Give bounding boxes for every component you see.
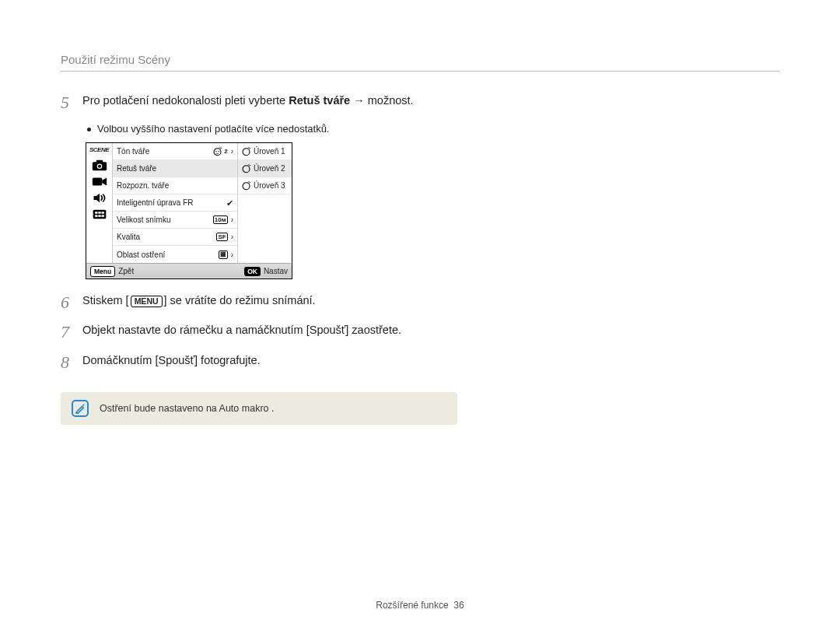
page-footer: Rozšířené funkce 36	[0, 600, 840, 611]
menu-row-label: Oblast ostření	[117, 250, 219, 259]
step-number: 7	[61, 323, 78, 342]
svg-point-13	[215, 151, 216, 152]
step-text: Pro potlačení nedokonalosti pleti vybert…	[82, 93, 779, 109]
submenu-level-3[interactable]: Úroveň 3	[238, 177, 292, 194]
size-badge: 10м	[213, 215, 228, 224]
svg-point-3	[97, 164, 100, 167]
submenu-label: Úroveň 2	[254, 164, 285, 173]
step-text: Objekt nastavte do rámečku a namáčknutím…	[82, 323, 409, 338]
svg-rect-11	[101, 215, 103, 217]
camera-submenu: Úroveň 1 Úroveň 2 Úroveň 3	[237, 143, 292, 263]
footer-section: Rozšířené funkce	[376, 600, 448, 611]
face-retouch-icon	[241, 163, 251, 173]
menu-row-label: Kvalita	[117, 233, 216, 241]
camera-menu-screenshot: SCENE Tón tváře	[86, 142, 292, 279]
svg-point-15	[243, 149, 250, 156]
menu-row-label: Retuš tváře	[117, 164, 233, 173]
face-tone-icon	[212, 146, 222, 156]
submenu-level-1[interactable]: Úroveň 1	[238, 143, 292, 160]
svg-rect-5	[93, 209, 106, 219]
step-number: 8	[61, 353, 78, 372]
bullet-icon	[87, 128, 91, 131]
step-7: 7 Objekt nastavte do rámečku a namáčknut…	[61, 323, 779, 342]
video-icon	[91, 174, 108, 188]
submenu-label: Úroveň 1	[254, 147, 285, 156]
menu-button-label: MENU	[131, 296, 163, 307]
svg-point-17	[243, 183, 250, 190]
menu-row-retus-tvare[interactable]: Retuš tváře	[113, 160, 237, 177]
step-text-pre: Stiskem [	[82, 294, 129, 306]
bullet-text: Volbou vyššího nastavení potlačíte více …	[97, 123, 329, 135]
step-5-bullet: Volbou vyššího nastavení potlačíte více …	[87, 123, 779, 135]
note-icon	[72, 400, 89, 417]
svg-rect-9	[95, 215, 97, 217]
face-retouch-icon	[241, 180, 251, 191]
svg-rect-6	[95, 212, 97, 214]
menu-row-rozpozn-tvare[interactable]: Rozpozn. tváře	[113, 177, 237, 194]
step-text-bold: Retuš tváře	[289, 94, 350, 107]
camera-menu-list: Tón tváře 2 › Retuš tváře Rozpozn. tváře	[113, 143, 237, 263]
divider	[61, 71, 779, 72]
submenu-level-2[interactable]: Úroveň 2	[238, 160, 292, 177]
menu-pill: Menu	[90, 266, 115, 277]
menu-row-label: Tón tváře	[117, 147, 212, 156]
step-number: 6	[61, 293, 78, 312]
face-retouch-icon	[241, 146, 251, 156]
menu-row-label: Rozpozn. tváře	[117, 181, 233, 190]
svg-rect-7	[98, 212, 100, 214]
info-note: Ostření bude nastaveno na Auto makro .	[61, 392, 457, 425]
footer-page-number: 36	[453, 600, 464, 611]
chevron-right-icon: ›	[231, 250, 233, 259]
submenu-label: Úroveň 3	[254, 181, 285, 190]
mode-label: SCENE	[89, 146, 109, 153]
camera-footer: Menu Zpět OK Nastav	[86, 263, 292, 278]
svg-point-16	[243, 166, 250, 173]
menu-row-label: Velikost snímku	[117, 215, 213, 224]
step-8: 8 Domáčknutím [Spoušť] fotografujte.	[61, 353, 779, 372]
back-label: Zpět	[118, 267, 134, 275]
step-text-post: možnost.	[368, 94, 414, 107]
step-text: Stiskem [MENU] se vrátíte do režimu sním…	[82, 293, 779, 309]
menu-row-velikost-snimku[interactable]: Velikost snímku 10м›	[113, 212, 237, 229]
svg-point-14	[219, 151, 219, 152]
svg-rect-1	[96, 160, 102, 163]
step-6: 6 Stiskem [MENU] se vrátíte do režimu sn…	[61, 293, 779, 312]
step-text-pre: Pro potlačení nedokonalosti pleti vybert…	[82, 94, 289, 107]
menu-row-oblast-ostreni[interactable]: Oblast ostření ▦›	[113, 246, 237, 263]
menu-row-ton-tvare[interactable]: Tón tváře 2 ›	[113, 143, 237, 160]
step-5: 5 Pro potlačení nedokonalosti pleti vybe…	[61, 93, 779, 112]
chevron-right-icon: ›	[231, 233, 233, 241]
arrow-icon: →	[350, 94, 368, 107]
focus-area-badge: ▦	[219, 250, 228, 259]
camera-mode-sidebar: SCENE	[86, 143, 113, 263]
note-text: Ostření bude nastaveno na Auto makro .	[100, 403, 274, 414]
svg-rect-4	[92, 177, 101, 185]
step-number: 5	[61, 93, 78, 112]
chevron-right-icon: ›	[231, 215, 233, 224]
sound-icon	[91, 191, 108, 205]
camera-icon	[91, 158, 108, 172]
check-icon: ✔	[226, 198, 233, 208]
display-icon	[91, 207, 108, 221]
menu-row-label: Inteligentní úprava FR	[117, 198, 226, 207]
ok-pill: OK	[244, 267, 261, 276]
set-label: Nastav	[264, 267, 288, 275]
quality-badge: SF	[216, 233, 227, 241]
svg-rect-10	[98, 215, 100, 217]
svg-rect-8	[101, 212, 103, 214]
chevron-right-icon: ›	[231, 147, 233, 156]
menu-row-kvalita[interactable]: Kvalita SF›	[113, 229, 237, 246]
svg-point-12	[214, 149, 221, 156]
step-text: Domáčknutím [Spoušť] fotografujte.	[82, 353, 779, 369]
step-text-post: ] se vrátíte do režimu snímání.	[164, 294, 316, 306]
menu-row-inteligentni-uprava[interactable]: Inteligentní úprava FR ✔	[113, 194, 237, 212]
page-title: Použití režimu Scény	[61, 53, 779, 66]
